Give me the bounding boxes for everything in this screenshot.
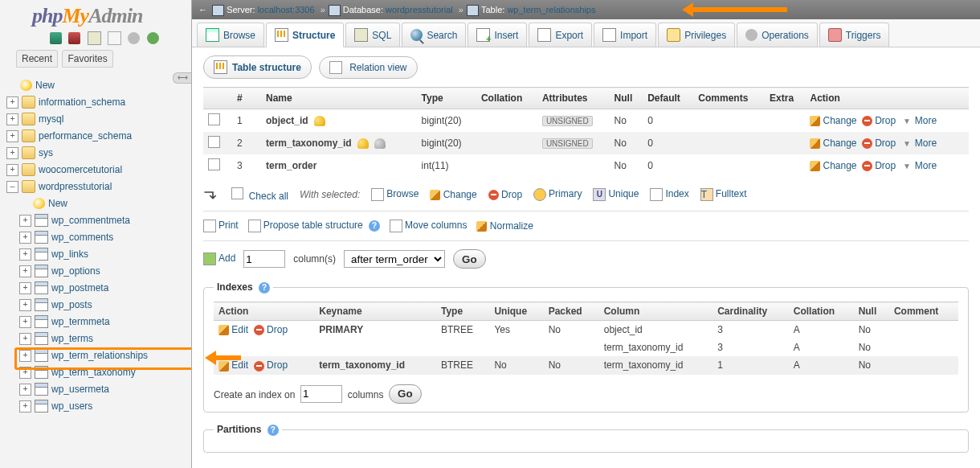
collapse-icon[interactable]: ⟷: [173, 72, 191, 84]
tree-item-label[interactable]: wp_links: [51, 248, 88, 260]
tree-item-label[interactable]: wp_postmeta: [51, 282, 108, 294]
drop-link[interactable]: Drop: [875, 138, 896, 149]
drop-link[interactable]: Drop: [875, 160, 896, 171]
tab-triggers[interactable]: Triggers: [819, 23, 890, 47]
add-count-input[interactable]: [243, 250, 285, 268]
tree-item-label[interactable]: information_schema: [39, 96, 125, 108]
tree-item-label[interactable]: wp_term_relationships: [51, 350, 148, 361]
tree-item[interactable]: wp_term_relationships: [6, 347, 188, 364]
tree-item[interactable]: mysql: [6, 111, 188, 128]
breadcrumb-server[interactable]: localhost:3306: [258, 5, 315, 14]
col-extra-header[interactable]: Extra: [765, 88, 805, 109]
expand-toggle-icon[interactable]: [19, 367, 31, 379]
tab-privileges[interactable]: Privileges: [658, 23, 735, 47]
tree-item-label[interactable]: wp_usermeta: [51, 384, 109, 395]
expand-toggle-icon[interactable]: [19, 215, 31, 227]
subtab-relation-view[interactable]: Relation view: [319, 56, 417, 79]
expand-toggle-icon[interactable]: [6, 113, 18, 125]
subtab-table-structure[interactable]: Table structure: [203, 55, 312, 79]
tree-item-label[interactable]: wp_term_taxonomy: [51, 367, 136, 378]
tab-import[interactable]: Import: [594, 23, 656, 47]
tree-item-label[interactable]: New: [35, 80, 55, 91]
tree-item[interactable]: wp_usermeta: [6, 381, 188, 398]
change-link[interactable]: Change: [823, 115, 856, 126]
tree-item[interactable]: woocomercetutorial: [6, 162, 188, 179]
expand-toggle-icon[interactable]: [19, 316, 31, 328]
tab-sql[interactable]: SQL: [345, 23, 400, 47]
expand-toggle-icon[interactable]: [6, 130, 18, 142]
col-comments-header[interactable]: Comments: [693, 88, 765, 109]
col-attributes-header[interactable]: Attributes: [537, 88, 610, 109]
breadcrumb-database[interactable]: wordpresstutorial: [386, 5, 453, 14]
ws-unique[interactable]: UUnique: [593, 188, 639, 201]
tree-item-label[interactable]: New: [48, 198, 67, 209]
chevron-down-icon[interactable]: ▼: [903, 139, 911, 148]
home-icon[interactable]: [50, 32, 62, 44]
settings-icon[interactable]: [128, 32, 140, 44]
expand-toggle-icon[interactable]: [19, 400, 31, 413]
expand-toggle-icon[interactable]: [6, 164, 18, 176]
tab-search[interactable]: Search: [402, 23, 466, 47]
expand-toggle-icon[interactable]: [6, 147, 18, 159]
change-link[interactable]: Change: [823, 138, 856, 149]
expand-toggle-icon[interactable]: [19, 333, 31, 345]
row-checkbox[interactable]: [208, 136, 220, 148]
drop-link[interactable]: Drop: [875, 115, 896, 126]
tree-item-label[interactable]: wp_comments: [51, 232, 113, 243]
add-go-button[interactable]: Go: [453, 249, 486, 269]
ws-index[interactable]: Index: [650, 188, 688, 201]
expand-toggle-icon[interactable]: [19, 384, 31, 396]
tree-item[interactable]: wp_options: [6, 263, 188, 280]
col-name-header[interactable]: Name: [261, 88, 417, 109]
tree-item[interactable]: wp_users: [6, 398, 188, 415]
tab-structure[interactable]: Structure: [266, 23, 344, 47]
docs-icon[interactable]: [108, 31, 121, 45]
tree-item-label[interactable]: wp_terms: [51, 333, 93, 344]
help-icon[interactable]: ?: [369, 220, 380, 232]
ws-browse[interactable]: Browse: [371, 188, 419, 201]
row-checkbox[interactable]: [208, 113, 220, 125]
create-index-go-button[interactable]: Go: [389, 384, 422, 404]
expand-toggle-icon[interactable]: [19, 232, 31, 244]
tree-item[interactable]: sys: [6, 145, 188, 162]
tree-item[interactable]: wp_commentmeta: [6, 212, 188, 229]
col-default-header[interactable]: Default: [643, 88, 693, 109]
tree-item[interactable]: information_schema: [6, 94, 188, 111]
tree-item-label[interactable]: sys: [39, 147, 53, 158]
expand-toggle-icon[interactable]: [6, 181, 18, 193]
tree-item-label[interactable]: wp_posts: [51, 299, 92, 310]
create-index-count[interactable]: [300, 385, 342, 403]
tab-insert[interactable]: Insert: [468, 23, 527, 47]
tree-item-label[interactable]: mysql: [39, 113, 63, 125]
more-link[interactable]: More: [915, 115, 937, 126]
more-link[interactable]: More: [915, 138, 937, 149]
change-link[interactable]: Change: [823, 160, 856, 171]
tab-operations[interactable]: Operations: [737, 23, 818, 47]
ws-fulltext[interactable]: TFulltext: [700, 188, 747, 201]
row-checkbox[interactable]: [208, 158, 220, 170]
ws-change[interactable]: Change: [430, 189, 476, 200]
tab-export[interactable]: Export: [529, 23, 592, 47]
sql-query-icon[interactable]: [88, 31, 101, 45]
check-all-checkbox[interactable]: [231, 187, 243, 199]
col-type-header[interactable]: Type: [417, 88, 476, 109]
col-null-header[interactable]: Null: [610, 88, 643, 109]
tree-item[interactable]: wp_links: [6, 246, 188, 263]
tree-item[interactable]: wp_terms: [6, 330, 188, 347]
drop-index-link[interactable]: Drop: [267, 359, 288, 371]
expand-toggle-icon[interactable]: [19, 248, 31, 261]
favorites-tab[interactable]: Favorites: [62, 50, 112, 68]
edit-index-link[interactable]: Edit: [231, 324, 248, 335]
expand-toggle-icon[interactable]: [19, 350, 31, 362]
recent-tab[interactable]: Recent: [16, 50, 58, 68]
tree-item-label[interactable]: wp_options: [51, 265, 100, 277]
chevron-down-icon[interactable]: ▼: [903, 117, 911, 125]
reload-icon[interactable]: [147, 32, 159, 44]
tree-item[interactable]: wp_posts: [6, 297, 188, 314]
tree-item-label[interactable]: performance_schema: [39, 130, 132, 142]
tree-item[interactable]: performance_schema: [6, 128, 188, 145]
tree-item[interactable]: wp_term_taxonomy: [6, 364, 188, 381]
tab-browse[interactable]: Browse: [197, 23, 264, 47]
expand-toggle-icon[interactable]: [6, 96, 18, 109]
edit-index-link[interactable]: Edit: [231, 359, 248, 371]
